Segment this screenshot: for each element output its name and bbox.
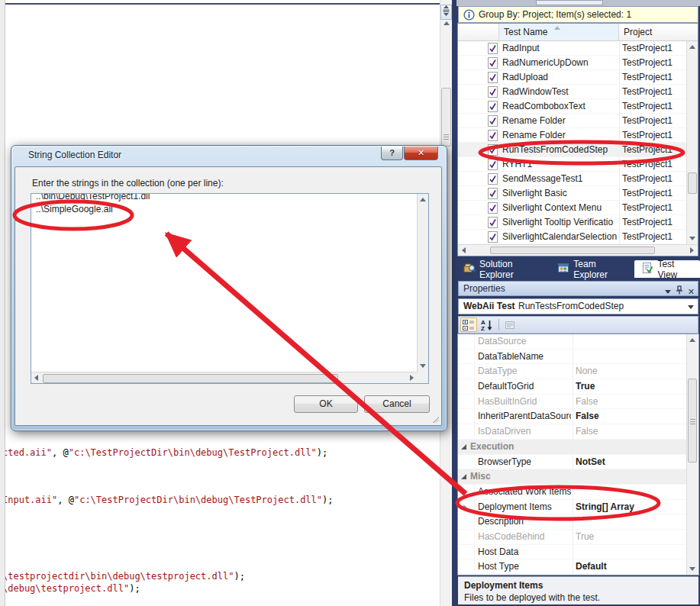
close-icon[interactable]: ✕ [688, 287, 695, 296]
property-row[interactable]: HasCodeBehindTrue [458, 530, 686, 545]
properties-vertical-scrollbar[interactable] [686, 334, 698, 575]
test-list: Test Name Project RadInputTestProject1 R… [457, 23, 698, 256]
test-list-horizontal-scrollbar[interactable] [458, 244, 698, 256]
alphabetical-sort-button[interactable]: AZ [479, 318, 495, 332]
scrollbar-thumb[interactable] [688, 172, 697, 194]
test-rows: RadInputTestProject1 RadNumericUpDownTes… [458, 41, 686, 244]
tab-solution-explorer[interactable]: Solution Explorer [456, 260, 550, 278]
scroll-left-icon[interactable] [34, 375, 38, 381]
properties-title: Properties [463, 282, 505, 295]
property-row[interactable]: DefaultToGridTrue [458, 379, 686, 395]
test-checked-icon[interactable] [488, 231, 498, 244]
categorized-button[interactable] [460, 318, 477, 332]
dialog-body: Enter the strings in the collection (one… [15, 166, 442, 426]
editor-splitter-button[interactable] [440, 5, 452, 20]
test-row[interactable]: SilverlightCalendarSelectionTestProject1 [458, 230, 686, 244]
property-row[interactable]: DataSource [458, 334, 686, 350]
scrollbar-corner [417, 372, 428, 383]
solution-explorer-icon [463, 262, 476, 276]
scrollbar-thumb[interactable] [688, 379, 697, 463]
tab-team-explorer[interactable]: Team Explorer [550, 260, 634, 278]
test-row[interactable]: Silverlight Tooltip VerificatioTestProje… [458, 215, 686, 230]
test-row[interactable]: Silverlight Context MenuTestProject1 [458, 201, 686, 215]
expand-icon[interactable] [463, 504, 467, 511]
pin-icon[interactable] [676, 285, 683, 298]
test-row[interactable]: RadUploadTestProject1 [458, 70, 686, 85]
property-row[interactable]: Description [458, 514, 686, 530]
string-line[interactable]: ..\SimpleGoogle.aii [36, 203, 416, 216]
property-row[interactable]: HasBuiltInGridFalse [458, 395, 686, 410]
tool-window-tabs: Solution Explorer Team Explorer Test Vie… [456, 260, 700, 278]
object-selector-combo[interactable]: WebAii Test RunTestsFromCodedStep [458, 298, 698, 314]
splitter-icon [443, 5, 450, 16]
textarea-horizontal-scrollbar[interactable] [31, 372, 417, 383]
test-row[interactable]: RadInputTestProject1 [458, 41, 686, 56]
property-description-pane: Deployment Items Files to be deployed wi… [458, 576, 698, 604]
test-row[interactable]: SendMessageTest1TestProject1 [458, 172, 686, 186]
ok-button[interactable]: OK [294, 395, 358, 413]
strings-textarea[interactable]: ..\bin\Debug\TestProject1.dll ..\SimpleG… [31, 193, 429, 384]
sort-ascending-icon [554, 26, 560, 30]
scrollbar-thumb[interactable] [43, 374, 338, 383]
editor-top-border [5, 3, 440, 5]
string-collection-editor-dialog[interactable]: String Collection Editor ? ✕ Enter the s… [11, 145, 447, 431]
code-line: \debug\testproject.dll"); [2, 583, 140, 594]
test-row-selected[interactable]: RunTestsFromCodedStepTestProject1 [458, 143, 686, 157]
toolbar-separator [498, 319, 499, 330]
test-row[interactable]: ReadComboboxTextTestProject1 [458, 99, 686, 114]
scroll-down-icon[interactable] [689, 237, 695, 240]
properties-grid: DataSource DataTableName DataTypeNone De… [457, 334, 699, 575]
scroll-down-icon[interactable] [420, 364, 426, 368]
string-line[interactable]: ..\bin\Debug\TestProject1.dll [36, 194, 416, 203]
test-list-vertical-scrollbar[interactable] [686, 41, 698, 244]
property-pages-button[interactable] [502, 318, 518, 332]
cancel-button[interactable]: Cancel [364, 395, 430, 413]
column-header-project[interactable]: Project [619, 24, 691, 40]
property-row[interactable]: Host Data [458, 545, 686, 560]
textarea-vertical-scrollbar[interactable] [417, 194, 428, 372]
help-button[interactable]: ? [381, 147, 403, 160]
collapse-icon[interactable] [461, 474, 466, 479]
test-row[interactable]: Silverlight BasicTestProject1 [458, 186, 686, 201]
test-row[interactable]: RadNumericUpDownTestProject1 [458, 56, 686, 70]
scroll-up-icon[interactable] [689, 45, 695, 49]
scroll-up-icon[interactable] [444, 21, 450, 25]
scroll-right-icon[interactable] [690, 247, 694, 253]
scroll-down-icon[interactable] [689, 567, 695, 571]
property-row[interactable]: Host TypeDefault [458, 559, 686, 575]
property-row-deployment-items[interactable]: Deployment ItemsString[] Array [458, 500, 686, 515]
strings-content[interactable]: ..\bin\Debug\TestProject1.dll ..\SimpleG… [36, 194, 416, 371]
test-row[interactable]: RadWindowTestTestProject1 [458, 85, 686, 99]
vs-workspace: cted.aii", @"c:\TestProjectDir\bin\debug… [0, 0, 700, 606]
test-row[interactable]: Rename FolderTestProject1 [458, 114, 686, 128]
category-row-execution[interactable]: Execution [458, 440, 686, 455]
groupby-text: Group By: Project; Item(s) selected: 1 [479, 7, 631, 22]
property-row[interactable]: Associated Work Items [458, 485, 686, 500]
scroll-up-icon[interactable] [689, 338, 695, 342]
test-row[interactable]: Rename FolderTestProject1 [458, 128, 686, 143]
scroll-up-icon[interactable] [420, 198, 426, 201]
property-row[interactable]: DataTypeNone [458, 364, 686, 379]
chevron-down-icon[interactable] [688, 305, 694, 309]
scroll-right-icon[interactable] [410, 375, 414, 381]
properties-toolbar: AZ [458, 316, 698, 334]
property-row[interactable]: InheritParentDataSourceFalse [458, 409, 686, 424]
property-row[interactable]: DataTableName [458, 350, 686, 365]
resize-grip[interactable] [432, 416, 439, 423]
window-position-icon[interactable] [665, 290, 671, 294]
close-button[interactable]: ✕ [404, 147, 438, 160]
test-list-header: Test Name Project [458, 24, 698, 41]
category-row-misc[interactable]: Misc [458, 469, 686, 485]
test-row[interactable]: RYHT1TestProject1 [458, 157, 686, 172]
collapse-icon[interactable] [461, 444, 466, 450]
strings-label: Enter the strings in the collection (one… [32, 178, 224, 189]
editor-scrollbar-thumb[interactable] [441, 88, 451, 147]
properties-titlebar[interactable]: Properties ✕ [458, 281, 698, 296]
scroll-left-icon[interactable] [462, 247, 466, 253]
code-line: cted.aii", @"c:\TestProjectDir\bin\debug… [2, 447, 327, 458]
property-row[interactable]: IsDataDrivenFalse [458, 424, 686, 440]
tab-test-view[interactable]: Test View [634, 260, 700, 278]
scrollbar-thumb[interactable] [490, 247, 655, 254]
column-header-test-name[interactable]: Test Name [498, 24, 619, 40]
property-row[interactable]: BrowserTypeNotSet [458, 455, 686, 470]
